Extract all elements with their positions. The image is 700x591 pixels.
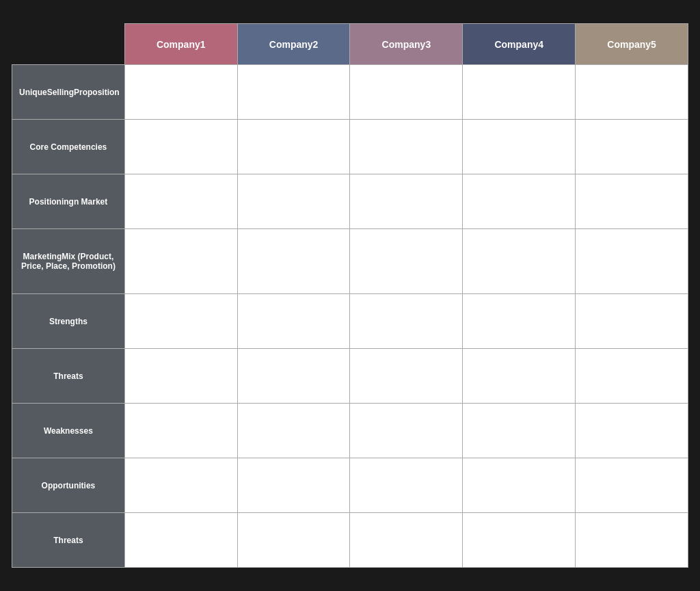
cell-marketing-mix-company5[interactable] <box>576 229 688 294</box>
table-row-threats-2: Threats <box>12 513 688 568</box>
cell-strengths-company4[interactable] <box>463 294 576 349</box>
row-header-core-competencies: Core Competencies <box>12 120 125 174</box>
cell-weaknesses-company1[interactable] <box>124 404 237 458</box>
cell-weaknesses-company3[interactable] <box>350 404 463 458</box>
cell-unique-selling-company3[interactable] <box>350 65 463 120</box>
cell-unique-selling-company5[interactable] <box>576 65 688 120</box>
cell-threats-1-company4[interactable] <box>463 349 576 404</box>
row-header-threats-2: Threats <box>12 513 125 568</box>
cell-core-competencies-company4[interactable] <box>463 120 576 174</box>
row-header-threats-1: Threats <box>12 349 125 404</box>
cell-strengths-company5[interactable] <box>576 294 688 349</box>
cell-marketing-mix-company2[interactable] <box>237 229 350 294</box>
table-row-threats-1: Threats <box>12 349 688 404</box>
cell-core-competencies-company1[interactable] <box>124 120 237 174</box>
cell-opportunities-company2[interactable] <box>237 458 350 513</box>
company-header-company5: Company5 <box>576 24 688 65</box>
cell-weaknesses-company5[interactable] <box>576 404 688 458</box>
cell-positioning-market-company4[interactable] <box>463 174 576 229</box>
cell-threats-2-company3[interactable] <box>350 513 463 568</box>
cell-positioning-market-company1[interactable] <box>124 174 237 229</box>
table-row-weaknesses: Weaknesses <box>12 404 688 458</box>
cell-core-competencies-company5[interactable] <box>576 120 688 174</box>
cell-unique-selling-company2[interactable] <box>237 65 350 120</box>
cell-marketing-mix-company3[interactable] <box>350 229 463 294</box>
cell-threats-1-company1[interactable] <box>124 349 237 404</box>
cell-threats-1-company5[interactable] <box>576 349 688 404</box>
table-row-marketing-mix: MarketingMix (Product, Price, Place, Pro… <box>12 229 688 294</box>
cell-positioning-market-company5[interactable] <box>576 174 688 229</box>
cell-threats-2-company5[interactable] <box>576 513 688 568</box>
cell-unique-selling-company1[interactable] <box>124 65 237 120</box>
cell-positioning-market-company2[interactable] <box>237 174 350 229</box>
cell-weaknesses-company2[interactable] <box>237 404 350 458</box>
cell-threats-1-company2[interactable] <box>237 349 350 404</box>
comparison-table: Company1Company2Company3Company4Company5… <box>12 23 688 568</box>
company-header-company4: Company4 <box>463 24 576 65</box>
table-container: Company1Company2Company3Company4Company5… <box>0 0 700 591</box>
cell-threats-2-company4[interactable] <box>463 513 576 568</box>
row-header-marketing-mix: MarketingMix (Product, Price, Place, Pro… <box>12 229 125 294</box>
row-header-strengths: Strengths <box>12 294 125 349</box>
table-row-strengths: Strengths <box>12 294 688 349</box>
cell-unique-selling-company4[interactable] <box>463 65 576 120</box>
cell-weaknesses-company4[interactable] <box>463 404 576 458</box>
cell-opportunities-company5[interactable] <box>576 458 688 513</box>
cell-threats-1-company3[interactable] <box>350 349 463 404</box>
corner-cell <box>12 24 125 65</box>
cell-core-competencies-company2[interactable] <box>237 120 350 174</box>
cell-opportunities-company3[interactable] <box>350 458 463 513</box>
cell-opportunities-company4[interactable] <box>463 458 576 513</box>
cell-threats-2-company1[interactable] <box>124 513 237 568</box>
company-header-company3: Company3 <box>350 24 463 65</box>
cell-opportunities-company1[interactable] <box>124 458 237 513</box>
cell-positioning-market-company3[interactable] <box>350 174 463 229</box>
row-header-opportunities: Opportunities <box>12 458 125 513</box>
cell-strengths-company2[interactable] <box>237 294 350 349</box>
cell-threats-2-company2[interactable] <box>237 513 350 568</box>
table-row-positioning-market: Positioningn Market <box>12 174 688 229</box>
company-header-company1: Company1 <box>124 24 237 65</box>
row-header-weaknesses: Weaknesses <box>12 404 125 458</box>
table-row-opportunities: Opportunities <box>12 458 688 513</box>
table-row-core-competencies: Core Competencies <box>12 120 688 174</box>
row-header-unique-selling: UniqueSellingProposition <box>12 65 125 120</box>
cell-strengths-company1[interactable] <box>124 294 237 349</box>
cell-strengths-company3[interactable] <box>350 294 463 349</box>
cell-marketing-mix-company1[interactable] <box>124 229 237 294</box>
row-header-positioning-market: Positioningn Market <box>12 174 125 229</box>
cell-marketing-mix-company4[interactable] <box>463 229 576 294</box>
table-row-unique-selling: UniqueSellingProposition <box>12 65 688 120</box>
cell-core-competencies-company3[interactable] <box>350 120 463 174</box>
company-header-company2: Company2 <box>237 24 350 65</box>
